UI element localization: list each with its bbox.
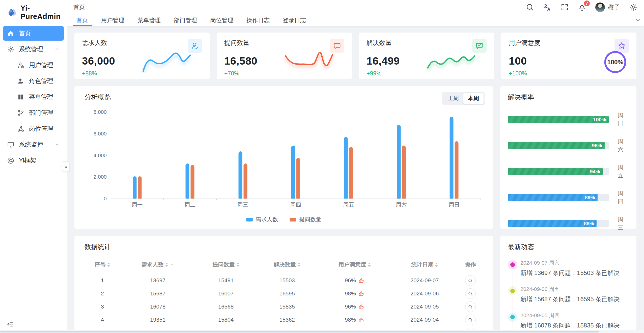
bar-需求人数 xyxy=(291,146,295,199)
app-logo[interactable]: Yi-PureAdmin xyxy=(0,0,67,23)
cell-solved: 15362 xyxy=(257,313,318,326)
sidebar-item-label: 系统管理 xyxy=(19,45,43,53)
sort-icon[interactable] xyxy=(107,263,110,267)
middle-row: 分析概览 上周本周 02,0004,0006,0008,000周一周二周三周四周… xyxy=(74,86,636,229)
sidebar-subitem-1-1[interactable]: 角色管理 xyxy=(3,74,64,88)
legend-item[interactable]: 提问数量 xyxy=(290,216,321,223)
column-header-6: 操作 xyxy=(458,257,483,274)
breadcrumb[interactable]: 首页 xyxy=(73,3,85,11)
column-label: 操作 xyxy=(465,261,476,268)
sidebar-subitem-1-3[interactable]: 部门管理 xyxy=(3,105,64,120)
cell-demand: 19351 xyxy=(120,313,195,326)
stat-card-2: 解决数量 16,499 +99% xyxy=(359,33,494,79)
user-menu[interactable]: 橙子 xyxy=(595,3,620,12)
bar-group-周一 xyxy=(133,176,142,199)
tab-2[interactable]: 菜单管理 xyxy=(133,14,165,26)
table-row-0: 1136971549115503 96% 2024-09-07 xyxy=(85,274,483,287)
cell-satisfaction: 98% xyxy=(318,313,391,326)
y-axis-label: 8,000 xyxy=(85,109,107,115)
tab-label: 操作日志 xyxy=(246,16,270,24)
cell-satisfaction: 96% xyxy=(318,300,391,313)
toggle-1[interactable]: 本周 xyxy=(463,93,484,104)
prob-value: 96% xyxy=(592,143,602,149)
sort-icon[interactable] xyxy=(368,263,371,267)
tab-5[interactable]: 操作日志 xyxy=(242,14,274,26)
translate-icon[interactable]: 文A xyxy=(543,3,551,11)
bar-提问数量 xyxy=(191,165,194,199)
prob-value: 89% xyxy=(585,195,595,201)
horizontal-scrollbar-thumb[interactable] xyxy=(0,331,599,332)
tab-1[interactable]: 用户管理 xyxy=(97,14,129,26)
sidebar-item-1[interactable]: 系统管理 xyxy=(3,42,64,57)
sidebar-item-2[interactable]: 系统监控 xyxy=(3,137,64,152)
username: 橙子 xyxy=(608,3,620,11)
bell-icon[interactable]: 7 xyxy=(578,3,586,11)
tabbar-chevron-down-icon[interactable] xyxy=(634,17,641,23)
bar-需求人数 xyxy=(133,176,136,199)
y-axis-label: 4,000 xyxy=(85,152,107,158)
sidebar-subitem-1-4[interactable]: 岗位管理 xyxy=(3,121,64,136)
prob-row-周日: 100% 周日 xyxy=(508,112,629,127)
column-label: 需求人数 xyxy=(142,261,164,268)
column-label: 序号 xyxy=(95,261,106,268)
bar-需求人数 xyxy=(344,137,348,199)
legend-label: 提问数量 xyxy=(299,216,321,223)
thumb-up-icon xyxy=(358,291,365,297)
view-row-button[interactable] xyxy=(465,288,476,299)
sidebar: Yi-PureAdmin 首页 系统管理 用户管理 角色管理 菜单管理 部门管理… xyxy=(0,0,67,333)
cell-index: 1 xyxy=(85,274,120,287)
sort-icon[interactable] xyxy=(236,263,239,267)
view-row-button[interactable] xyxy=(465,315,476,325)
sidebar-item-3[interactable]: Yi框架 xyxy=(3,153,64,168)
cell-questions: 15491 xyxy=(195,274,257,287)
view-row-button[interactable] xyxy=(465,275,476,286)
tab-0[interactable]: 首页 xyxy=(72,14,92,26)
cell-action xyxy=(458,300,483,313)
sidebar-subitem-1-2[interactable]: 菜单管理 xyxy=(3,90,64,104)
bar-提问数量 xyxy=(455,141,459,199)
cell-date: 2024-09-04 xyxy=(391,313,458,326)
cell-satisfaction: 96% xyxy=(318,274,391,287)
tab-list: 首页 用户管理 菜单管理 部门管理 岗位管理 操作日志 登录日志 xyxy=(70,14,313,26)
sidebar-item-0[interactable]: 首页 xyxy=(3,26,64,41)
topbar: 首页 文A 7 橙子 xyxy=(67,0,644,14)
settings-gear-icon[interactable] xyxy=(629,3,637,11)
search-icon[interactable] xyxy=(526,3,534,11)
prob-row-周五: 94% 周五 xyxy=(508,164,629,179)
sort-icon[interactable] xyxy=(165,263,168,267)
x-axis-label: 周日 xyxy=(449,201,460,209)
view-row-button[interactable] xyxy=(465,301,476,312)
bar-group-周二 xyxy=(186,163,194,199)
chart-legend: 需求人数 提问数量 xyxy=(74,216,493,223)
bar-提问数量 xyxy=(349,147,353,199)
prob-fill: 96% xyxy=(508,142,605,149)
stat-card-0: 需求人数 36,000 +88% xyxy=(74,33,210,79)
legend-item[interactable]: 需求人数 xyxy=(246,216,278,223)
tab-label: 菜单管理 xyxy=(137,16,161,24)
prob-day-label: 周三 xyxy=(618,216,629,231)
stat-card-title: 提问数量 xyxy=(224,39,249,47)
sidebar-subitem-1-0[interactable]: 用户管理 xyxy=(3,58,64,72)
user-group-icon xyxy=(191,42,199,50)
gear-icon xyxy=(7,46,14,53)
tab-6[interactable]: 登录日志 xyxy=(278,14,310,26)
toggle-0[interactable]: 上周 xyxy=(443,93,463,104)
legend-marker xyxy=(246,218,253,221)
topbar-actions: 文A 7 橙子 xyxy=(526,3,637,12)
fullscreen-icon[interactable] xyxy=(561,3,569,11)
filter-chevron-down-icon[interactable] xyxy=(170,262,174,267)
sort-icon[interactable] xyxy=(297,263,300,267)
timeline-date: 2024-09-06 周五 xyxy=(520,285,629,293)
bar-group-周六 xyxy=(397,125,406,199)
sort-icon[interactable] xyxy=(435,263,438,267)
cell-date: 2024-09-06 xyxy=(391,287,458,300)
bar-需求人数 xyxy=(397,125,401,199)
tab-4[interactable]: 岗位管理 xyxy=(206,14,238,26)
main-content: 需求人数 36,000 +88% 提问数量 16,580 +70% 解决数量 xyxy=(67,26,644,333)
chat-check-icon xyxy=(475,42,484,50)
sidebar-collapse-tab[interactable]: « xyxy=(62,161,69,171)
collapse-sidebar-icon[interactable] xyxy=(7,321,14,328)
cell-index: 3 xyxy=(85,300,120,313)
tab-3[interactable]: 部门管理 xyxy=(170,14,201,26)
cell-index: 4 xyxy=(85,313,120,326)
